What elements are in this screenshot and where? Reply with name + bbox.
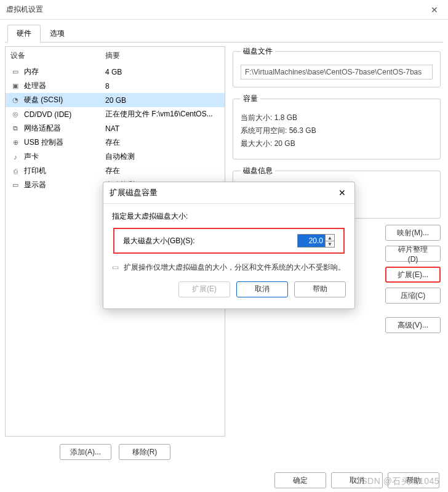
capacity-max: 最大大小: 20 GB [241,139,433,149]
device-row[interactable]: ⊕USB 控制器存在 [6,135,225,150]
footer-buttons: 确定 取消 帮助 [274,472,439,488]
device-summary: 4 GB [105,68,220,76]
device-icon: ▭ [10,181,20,190]
compact-button[interactable]: 压缩(C) [385,288,441,304]
tab-options[interactable]: 选项 [41,25,74,42]
capacity-legend: 容量 [241,94,260,104]
defrag-button[interactable]: 碎片整理(D) [385,246,441,262]
dialog-note: ▭ 扩展操作仅增大虚拟磁盘的大小，分区和文件系统的大小不受影响。 [112,262,346,273]
dialog-title: 扩展磁盘容量 [110,187,336,198]
disk-file-legend: 磁盘文件 [241,46,275,57]
device-label: 网络适配器 [24,123,105,134]
device-icon: ◎ [10,110,20,119]
device-label: 声卡 [24,151,105,162]
device-summary: NAT [105,124,220,133]
dialog-note-text: 扩展操作仅增大虚拟磁盘的大小，分区和文件系统的大小不受影响。 [124,262,345,273]
help-button[interactable]: 帮助 [388,472,439,488]
spinner-up-icon[interactable]: ▲ [326,235,334,241]
device-icon: ▣ [10,82,20,91]
dialog-instruction: 指定最大虚拟磁盘大小: [112,211,346,222]
device-icon: ⊕ [10,139,20,147]
cancel-button[interactable]: 取消 [331,472,383,488]
size-input[interactable] [298,235,325,247]
tabs: 硬件 选项 [0,20,448,42]
window-title: 虚拟机设置 [6,4,427,15]
device-row[interactable]: ▭内存4 GB [6,65,225,79]
info-icon: ▭ [112,262,119,273]
dialog-body: 指定最大虚拟磁盘大小: 最大磁盘大小(GB)(S): ▲ ▼ ▭ 扩展操作仅增大… [103,204,354,309]
header-summary: 摘要 [105,50,120,61]
device-row[interactable]: ⎙打印机存在 [6,164,225,178]
device-label: USB 控制器 [24,137,105,148]
disk-file-group: 磁盘文件 F:\VirtualMachines\base\CentOS-7bas… [233,46,441,87]
spinner-buttons: ▲ ▼ [325,235,334,247]
device-row[interactable]: ◎CD/DVD (IDE)正在使用文件 F:\vm16\CentOS... [6,107,225,121]
device-label: 硬盘 (SCSI) [24,95,105,105]
dialog-help-button[interactable]: 帮助 [294,281,346,297]
size-spinner[interactable]: ▲ ▼ [297,234,335,248]
map-button[interactable]: 映射(M)... [385,225,441,241]
header-device: 设备 [10,50,105,61]
dialog-expand-button: 扩展(E) [178,281,230,297]
capacity-free: 系统可用空间: 56.3 GB [241,126,433,136]
device-summary: 正在使用文件 F:\vm16\CentOS... [105,109,220,119]
device-summary: 存在 [105,137,220,148]
disk-info-legend: 磁盘信息 [241,166,275,176]
device-label: 内存 [24,67,105,77]
add-button[interactable]: 添加(A)... [60,444,111,460]
dialog-size-field: 最大磁盘大小(GB)(S): ▲ ▼ [113,228,345,254]
device-summary: 8 [105,82,220,91]
disk-file-path[interactable]: F:\VirtualMachines\base\CentOS-7base\Cen… [241,65,433,79]
tab-hardware[interactable]: 硬件 [7,25,41,42]
device-icon: ⧉ [10,124,20,133]
device-label: 显示器 [24,180,105,190]
device-summary: 存在 [105,166,220,176]
expand-button[interactable]: 扩展(E)... [385,267,441,283]
device-icon: ⎙ [10,167,20,175]
device-summary: 20 GB [105,96,220,105]
advanced-button[interactable]: 高级(V)... [385,317,441,333]
titlebar: 虚拟机设置 ✕ [0,0,448,20]
device-icon: ▭ [10,68,20,76]
dialog-actions: 扩展(E) 取消 帮助 [112,281,346,304]
device-row[interactable]: ♪声卡自动检测 [6,150,225,164]
close-icon[interactable]: ✕ [427,5,442,15]
device-icon: ♪ [10,153,20,161]
dialog-size-label: 最大磁盘大小(GB)(S): [123,236,195,246]
dialog-close-icon[interactable]: ✕ [336,188,348,198]
device-label: 打印机 [24,166,105,176]
capacity-group: 容量 当前大小: 1.8 GB 系统可用空间: 56.3 GB 最大大小: 20… [233,94,441,159]
device-list-header: 设备 摘要 [6,47,225,65]
device-row[interactable]: ⧉网络适配器NAT [6,121,225,135]
device-label: CD/DVD (IDE) [24,110,105,119]
spinner-down-icon[interactable]: ▼ [326,241,334,247]
ok-button[interactable]: 确定 [274,472,326,488]
left-button-row: 添加(A)... 移除(R) [5,444,225,460]
device-summary: 自动检测 [105,151,220,162]
expand-dialog: 扩展磁盘容量 ✕ 指定最大虚拟磁盘大小: 最大磁盘大小(GB)(S): ▲ ▼ … [103,182,355,309]
device-row[interactable]: ◔硬盘 (SCSI)20 GB [6,93,225,107]
capacity-current: 当前大小: 1.8 GB [241,113,433,123]
device-icon: ◔ [10,96,20,105]
dialog-titlebar: 扩展磁盘容量 ✕ [103,182,354,204]
device-row[interactable]: ▣处理器8 [6,79,225,93]
device-label: 处理器 [24,81,105,91]
remove-button[interactable]: 移除(R) [119,444,170,460]
dialog-cancel-button[interactable]: 取消 [236,281,288,297]
